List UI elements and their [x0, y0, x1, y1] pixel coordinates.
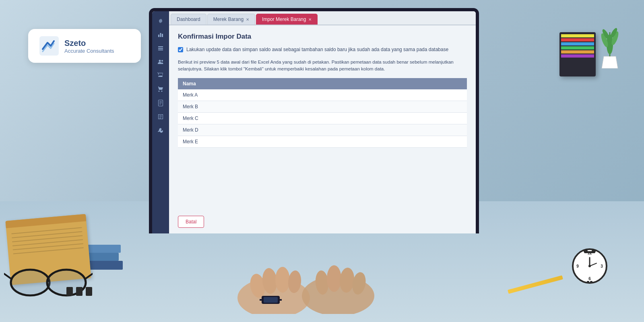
notepad-lines — [6, 222, 89, 260]
binder-clips — [66, 287, 92, 296]
clock-container: 12 3 6 9 — [572, 248, 608, 286]
tab-dashboard[interactable]: Dashboard — [171, 14, 206, 25]
table-cell: Merk A — [178, 89, 467, 101]
table-cell: Merk D — [178, 124, 467, 136]
table-header-nama: Nama — [178, 78, 467, 89]
svg-text:9: 9 — [576, 264, 579, 268]
binder-clip — [76, 287, 83, 296]
sticky-papers — [559, 34, 596, 58]
sidebar-item-invoice[interactable] — [155, 97, 166, 109]
table-row: Merk A — [178, 89, 467, 101]
svg-rect-30 — [158, 50, 163, 50]
svg-rect-28 — [158, 46, 163, 47]
update-checkbox-label: Lakukan update data dan simpan saldo awa… — [186, 46, 448, 53]
tab-impor-merek-barang-label: Impor Merek Barang — [262, 17, 306, 22]
svg-rect-26 — [160, 33, 161, 37]
info-text: Berikut ini preview 5 data awal dari fil… — [178, 59, 467, 73]
svg-rect-27 — [162, 34, 163, 37]
tab-merek-barang-close[interactable]: ✕ — [246, 17, 249, 22]
page-title: Konfirmasi Impor Data — [178, 33, 467, 41]
table-row: Merk D — [178, 124, 467, 136]
laptop-screen: Dashboard Merek Barang ✕ Impor Merek Bar… — [152, 11, 476, 233]
svg-point-32 — [161, 60, 163, 62]
tab-merek-barang-label: Merek Barang — [213, 17, 244, 22]
checkbox-row: Lakukan update data dan simpan saldo awa… — [178, 46, 467, 53]
tab-impor-merek-barang[interactable]: Impor Merek Barang ✕ — [256, 14, 318, 25]
notepad-line — [11, 227, 82, 234]
svg-line-5 — [86, 274, 93, 279]
table-cell: Merk B — [178, 101, 467, 113]
svg-rect-25 — [158, 35, 159, 37]
batal-button[interactable]: Batal — [178, 216, 204, 228]
tabs-bar: Dashboard Merek Barang ✕ Impor Merek Bar… — [169, 11, 476, 25]
tab-dashboard-label: Dashboard — [177, 17, 200, 22]
laptop-wrapper: Dashboard Merek Barang ✕ Impor Merek Bar… — [149, 8, 479, 233]
laptop-screen-outer: Dashboard Merek Barang ✕ Impor Merek Bar… — [149, 8, 479, 233]
svg-point-31 — [159, 60, 161, 62]
logo-name: Szeto — [64, 38, 114, 48]
binder-clip — [86, 287, 92, 296]
sidebar-item-chart[interactable] — [155, 29, 166, 40]
sticky-blue — [561, 42, 594, 45]
table-cell: Merk E — [178, 136, 467, 148]
tab-impor-merek-barang-close[interactable]: ✕ — [308, 17, 312, 22]
svg-rect-29 — [158, 48, 163, 49]
logo-subtitle: Accurate Consultants — [64, 48, 114, 54]
sidebar — [152, 11, 169, 233]
logo-text-block: Szeto Accurate Consultants — [64, 38, 114, 54]
table-row: Merk E — [178, 136, 467, 148]
svg-text:6: 6 — [588, 277, 591, 281]
update-checkbox[interactable] — [178, 47, 183, 52]
sticky-green — [561, 46, 594, 50]
svg-rect-17 — [587, 281, 589, 283]
tab-merek-barang[interactable]: Merek Barang ✕ — [207, 14, 255, 25]
logo-card: Szeto Accurate Consultants — [28, 29, 141, 63]
sidebar-item-users[interactable] — [155, 56, 166, 68]
plant-svg — [596, 16, 624, 68]
sidebar-item-settings[interactable] — [155, 15, 166, 27]
svg-rect-18 — [590, 281, 592, 283]
binder-clip — [66, 287, 73, 296]
data-table: Nama Merk AMerk BMerk CMerk DMerk E — [178, 78, 467, 148]
sidebar-item-report[interactable] — [155, 111, 166, 122]
sticky-red — [561, 38, 594, 41]
sidebar-item-list[interactable] — [155, 43, 166, 54]
table-row: Merk C — [178, 113, 467, 124]
sidebar-item-shopping[interactable] — [155, 70, 166, 81]
svg-point-1 — [11, 270, 50, 295]
svg-text:3: 3 — [601, 264, 603, 268]
sticky-yellow — [561, 34, 594, 37]
svg-line-4 — [4, 274, 11, 279]
table-cell: Merk C — [178, 113, 467, 124]
svg-rect-16 — [584, 251, 595, 253]
sidebar-item-cart[interactable] — [155, 84, 166, 95]
sticky-orange — [561, 50, 594, 54]
table-row: Merk B — [178, 101, 467, 113]
clock-svg: 12 3 6 9 — [572, 248, 608, 284]
sidebar-item-tool[interactable] — [155, 125, 166, 136]
plant-container — [596, 16, 624, 70]
main-content: Dashboard Merek Barang ✕ Impor Merek Bar… — [169, 11, 476, 233]
logo-icon — [39, 36, 59, 56]
sticky-holder — [559, 32, 596, 76]
sticky-purple — [561, 54, 594, 58]
page-body: Konfirmasi Impor Data Lakukan update dat… — [169, 25, 476, 210]
footer-buttons: Batal — [169, 210, 476, 233]
